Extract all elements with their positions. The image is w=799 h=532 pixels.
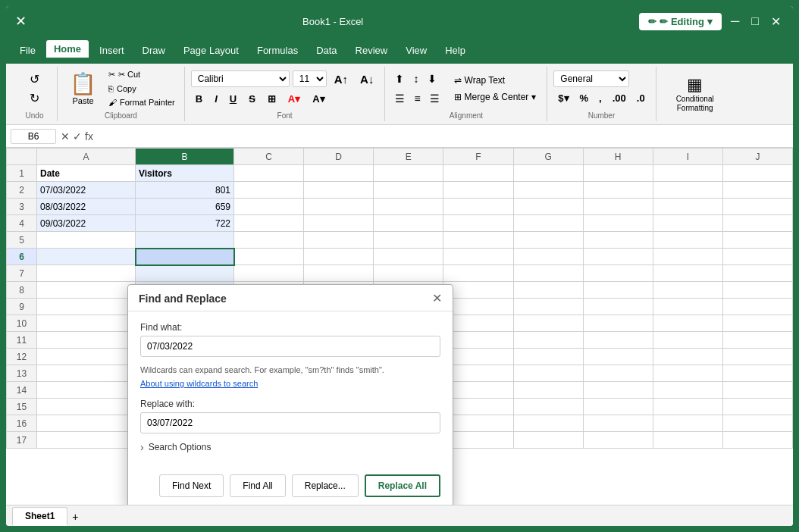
alignment-group-label: Alignment bbox=[450, 110, 483, 120]
replace-button[interactable]: Replace... bbox=[292, 474, 359, 497]
dialog-footer: Find Next Find All Replace... Replace Al… bbox=[128, 474, 453, 505]
minimize-button[interactable]: ─ bbox=[728, 14, 742, 28]
wildcard-link[interactable]: About using wildcards to search bbox=[140, 379, 440, 388]
menu-help[interactable]: Help bbox=[437, 42, 473, 59]
format-painter-icon: 🖌 bbox=[108, 98, 117, 107]
cut-button[interactable]: ✂ ✂ Cut bbox=[105, 68, 178, 81]
paste-icon: 📋 bbox=[70, 71, 96, 96]
find-what-label: Find what: bbox=[140, 322, 440, 333]
insert-function-icon[interactable]: fx bbox=[85, 130, 93, 142]
title-bar-center: Book1 - Excel bbox=[27, 16, 639, 27]
align-left-button[interactable]: ☰ bbox=[391, 90, 409, 107]
underline-button[interactable]: U bbox=[225, 91, 241, 107]
border-button[interactable]: ⊞ bbox=[263, 91, 280, 107]
cancel-formula-icon[interactable]: ✕ bbox=[61, 130, 70, 142]
merge-center-button[interactable]: ⊞ Merge & Center ▾ bbox=[450, 90, 541, 104]
editing-dropdown-icon: ▾ bbox=[707, 16, 713, 27]
menu-insert[interactable]: Insert bbox=[92, 42, 132, 59]
clipboard-group: 📋 Paste ✂ ✂ Cut ⎘ Copy 🖌 Format Painter bbox=[58, 67, 185, 121]
format-painter-button[interactable]: 🖌 Format Painter bbox=[105, 96, 178, 108]
replace-all-button[interactable]: Replace All bbox=[365, 474, 440, 497]
number-format-select[interactable]: General bbox=[553, 70, 629, 87]
increase-font-button[interactable]: A↑ bbox=[330, 70, 352, 88]
cut-label: ✂ Cut bbox=[118, 70, 140, 80]
fill-color-button[interactable]: A▾ bbox=[284, 91, 305, 107]
copy-button[interactable]: ⎘ Copy bbox=[105, 83, 178, 95]
menu-file[interactable]: File bbox=[12, 42, 43, 59]
decrease-font-button[interactable]: A↓ bbox=[356, 70, 378, 88]
cut-icon: ✂ bbox=[108, 70, 115, 80]
merge-center-icon: ⊞ bbox=[454, 92, 462, 102]
paste-button[interactable]: 📋 Paste bbox=[64, 68, 102, 108]
bold-button[interactable]: B bbox=[191, 91, 207, 107]
confirm-formula-icon[interactable]: ✓ bbox=[73, 130, 82, 142]
menu-review[interactable]: Review bbox=[348, 42, 396, 59]
ribbon: ↺ ↻ Undo 📋 Paste ✂ ✂ Cut ⎘ bbox=[6, 64, 793, 125]
add-sheet-button[interactable]: + bbox=[69, 508, 81, 526]
font-group-label: Font bbox=[277, 110, 293, 120]
search-options-row[interactable]: › Search Options bbox=[140, 441, 440, 453]
replace-with-label: Replace with: bbox=[140, 399, 440, 409]
decrease-decimal-button[interactable]: .0 bbox=[632, 90, 650, 106]
cf-icon: ▦ bbox=[687, 75, 703, 95]
sheet-tab-sheet1[interactable]: Sheet1 bbox=[12, 507, 67, 526]
spreadsheet: A B C D E F G H I J 1 Date bbox=[6, 148, 793, 526]
find-what-input[interactable] bbox=[140, 336, 440, 357]
sheet-table-wrapper: A B C D E F G H I J 1 Date bbox=[6, 148, 793, 505]
menu-formulas[interactable]: Formulas bbox=[249, 42, 306, 59]
copy-icon: ⎘ bbox=[108, 84, 114, 93]
app-window: ✕ Book1 - Excel ✏ ✏ Editing ▾ ─ □ ✕ File… bbox=[6, 6, 793, 526]
comma-button[interactable]: , bbox=[594, 90, 606, 106]
title-bar-left: ✕ bbox=[15, 13, 27, 30]
font-size-select[interactable]: 11 bbox=[293, 70, 327, 87]
menu-bar: File Home Insert Draw Page Layout Formul… bbox=[6, 36, 793, 64]
find-replace-dialog: Find and Replace ✕ Find what: Wildcards … bbox=[127, 284, 453, 505]
editing-label: ✏ Editing bbox=[660, 16, 704, 27]
paste-label: Paste bbox=[72, 96, 93, 105]
find-all-button[interactable]: Find All bbox=[230, 474, 285, 497]
search-options-arrow-icon: › bbox=[140, 441, 144, 453]
align-right-button[interactable]: ☰ bbox=[426, 90, 443, 107]
editing-button[interactable]: ✏ ✏ Editing ▾ bbox=[639, 13, 722, 30]
currency-button[interactable]: $▾ bbox=[553, 90, 573, 106]
formula-bar: ✕ ✓ fx bbox=[6, 125, 793, 148]
filename-label: Book1 - Excel bbox=[302, 16, 363, 27]
menu-view[interactable]: View bbox=[398, 42, 434, 59]
alignment-group: ⬆ ↕ ⬇ ☰ ≡ ☰ ⇌ Wrap Text bbox=[385, 67, 547, 121]
sheet-tabs: Sheet1 + bbox=[6, 505, 793, 526]
menu-draw[interactable]: Draw bbox=[135, 42, 173, 59]
replace-with-input[interactable] bbox=[140, 412, 440, 433]
merge-center-label: Merge & Center bbox=[465, 92, 529, 102]
percent-button[interactable]: % bbox=[575, 90, 594, 106]
find-next-button[interactable]: Find Next bbox=[159, 474, 224, 497]
align-center-button[interactable]: ≡ bbox=[410, 90, 424, 107]
strikethrough-button[interactable]: S bbox=[244, 91, 260, 107]
copy-label: Copy bbox=[117, 84, 136, 93]
undo-group-label: Undo bbox=[26, 110, 44, 120]
formula-input[interactable] bbox=[98, 131, 788, 142]
menu-page-layout[interactable]: Page Layout bbox=[176, 42, 246, 59]
search-options-label: Search Options bbox=[149, 442, 212, 452]
increase-decimal-button[interactable]: .00 bbox=[608, 90, 631, 106]
wrap-text-icon: ⇌ bbox=[454, 75, 462, 86]
cell-reference-input[interactable] bbox=[11, 129, 56, 144]
align-middle-button[interactable]: ↕ bbox=[409, 70, 422, 87]
align-top-button[interactable]: ⬆ bbox=[391, 70, 408, 87]
wildcard-hint: Wildcards can expand search. For example… bbox=[140, 365, 440, 376]
wrap-text-button[interactable]: ⇌ Wrap Text bbox=[450, 74, 541, 87]
menu-home[interactable]: Home bbox=[46, 40, 89, 60]
font-name-select[interactable]: Calibri bbox=[191, 70, 290, 87]
close-button[interactable]: ✕ bbox=[768, 14, 784, 29]
align-bottom-button[interactable]: ⬇ bbox=[424, 70, 440, 87]
menu-data[interactable]: Data bbox=[309, 42, 344, 59]
undo-button[interactable]: ↺ bbox=[27, 70, 42, 88]
dialog-close-button[interactable]: ✕ bbox=[432, 293, 442, 305]
font-group: Calibri 11 A↑ A↓ B I U S ⊞ A▾ bbox=[185, 67, 386, 121]
dialog-overlay: Find and Replace ✕ Find what: Wildcards … bbox=[6, 148, 793, 505]
maximize-button[interactable]: □ bbox=[748, 14, 762, 28]
conditional-formatting-button[interactable]: ▦ Conditional Formatting bbox=[663, 72, 728, 116]
redo-button[interactable]: ↻ bbox=[27, 89, 42, 107]
italic-button[interactable]: I bbox=[210, 91, 222, 107]
font-color-button[interactable]: A▾ bbox=[308, 91, 329, 107]
cf-label: Conditional Formatting bbox=[669, 95, 722, 113]
